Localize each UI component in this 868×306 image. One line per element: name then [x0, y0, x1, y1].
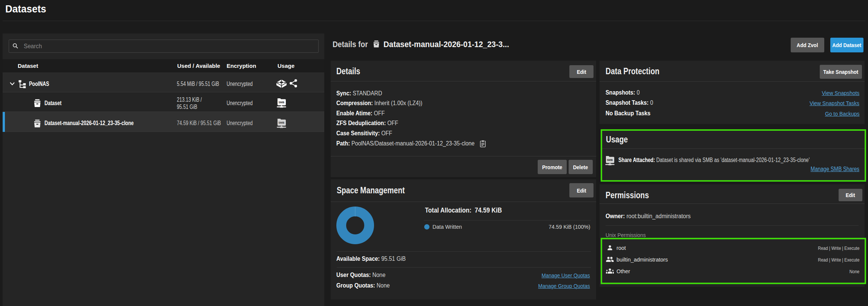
svg-text:SMB: SMB: [278, 101, 284, 104]
svg-text:SMB: SMB: [278, 121, 284, 124]
svg-text:SMB: SMB: [607, 159, 613, 161]
